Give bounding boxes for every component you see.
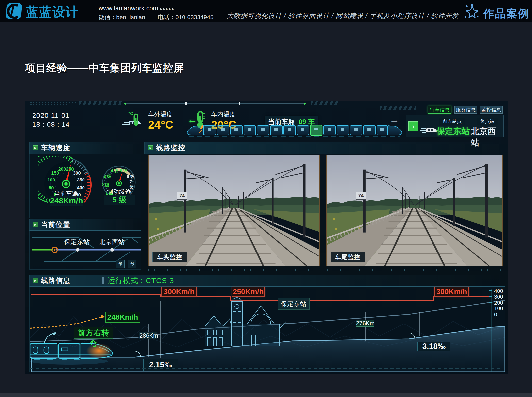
train-diagram[interactable] [186, 123, 403, 138]
brand-name: 蓝蓝设计 [26, 3, 79, 21]
datetime-block: 2020-11-01 18 : 08 : 14 [32, 111, 70, 129]
brake-tick: 2 级 [101, 182, 109, 188]
tail-camera-label: 车尾监控 [331, 252, 365, 262]
map-station-2: 北京西站 [99, 238, 125, 246]
deco-hazard-stripes [79, 101, 123, 105]
date-text: 2020-11-01 [32, 111, 70, 120]
gradient-label-2: 3.18‰ [417, 342, 450, 351]
portfolio-link[interactable]: 作品案例 [483, 6, 530, 21]
page-title: 项目经验——中车集团列车监控屏 [25, 61, 184, 75]
turn-warning-label: 前方右转弯 [74, 327, 113, 339]
line-panel-header: ▶ 线路信息 运行模式：CTCS-3 [29, 275, 505, 287]
deco-line [125, 103, 305, 104]
position-panel-header: ▶ 当前位置 [29, 219, 141, 231]
next-station-name: 保定东站 [436, 126, 470, 137]
deco-dot [304, 103, 306, 105]
direction-chevron-button[interactable]: › [408, 121, 418, 131]
brand-logo-icon [6, 2, 24, 20]
site-header: 蓝蓝设计 www.lanlanwork.com ▸▸▸▸▸ 微信：ben_lan… [0, 0, 532, 22]
site-url[interactable]: www.lanlanwork.com ▸▸▸▸▸ [99, 4, 175, 12]
km-post-sign: 74 [356, 192, 366, 199]
exterior-temp-icon: °C [121, 111, 144, 128]
speed-limit-label-3: 300Km/h [434, 287, 469, 297]
axis-tick-300: 300 [494, 294, 503, 300]
gauge-tick: 150 [51, 170, 59, 176]
tab-driving-info[interactable]: 行车信息 [428, 106, 451, 114]
screen: 蓝蓝设计 www.lanlanwork.com ▸▸▸▸▸ 微信：ben_lan… [0, 0, 532, 397]
gauge-tick: 300 [73, 170, 81, 176]
km-post-sign: 74 [177, 192, 187, 199]
gauge-tick: 200 [58, 166, 66, 172]
current-speed-value: 248Km/h [50, 196, 83, 206]
page-bottom-strip [0, 393, 532, 397]
services-list: 大数据可视化设计 / 软件界面设计 / 网站建设 / 手机及小程序设计 / 软件… [227, 11, 459, 20]
head-camera-view[interactable]: 74 车头监控 [148, 155, 320, 266]
deco-dash-row [30, 368, 503, 369]
phone-contact: 电话：010-63334945 [158, 14, 214, 20]
deco-dots [30, 102, 77, 103]
position-panel-body: 保定东站 北京西站 ⊕ ⊖ [29, 231, 141, 270]
panel-marker-icon: ▶ [148, 145, 153, 150]
km-marker-286: 286Km [139, 332, 157, 339]
current-speed-chart-label: 248Km/h [105, 312, 140, 323]
time-text: 18 : 08 : 14 [32, 120, 70, 129]
brake-tick: 5 级 [119, 168, 127, 174]
deco-hazard-stripes [311, 101, 338, 105]
gauge-tick: 50 [49, 185, 54, 191]
gauge-tick: 100 [47, 177, 55, 183]
header-divider [102, 277, 104, 284]
gauge-tick: 250 [66, 166, 74, 172]
line-chart-area: 300Km/h 250Km/h 300Km/h 248Km/h 保定东站 276… [29, 287, 505, 372]
brake-tick: 4 级 [111, 168, 118, 174]
panel-marker-icon: ▶ [33, 278, 38, 283]
wechat-contact: 微信：ben_lanlan [99, 14, 145, 20]
zoom-in-button[interactable]: ⊕ [116, 260, 125, 268]
train-icon [420, 125, 438, 134]
zoom-out-button[interactable]: ⊖ [128, 260, 136, 268]
axis-tick-100: 100 [494, 305, 503, 312]
exterior-temp-value: 24°C [148, 118, 173, 131]
tab-monitor-info[interactable]: 监控信息 [480, 106, 503, 114]
monitor-panel-header: ▶ 线路监控 [144, 142, 505, 154]
deco-dot [124, 103, 126, 105]
interior-temp-label: 车内温度 [211, 110, 236, 118]
deco-marker [239, 102, 240, 105]
brake-tick: 6 级 [127, 174, 134, 179]
tail-camera-view[interactable]: 74 车尾监控 [326, 155, 503, 266]
train-monitor-dashboard: 2020-11-01 18 : 08 : 14 °C 车外温度 24°C 车内温… [25, 101, 508, 374]
gauge-tick: 400 [77, 185, 85, 191]
station-chart-label: 保定东站 [278, 298, 310, 310]
brake-value: 5 级 [104, 195, 135, 205]
gauge-tick: 350 [77, 177, 85, 183]
axis-tick-0: 0 [494, 311, 497, 318]
map-station-1: 保定东站 [64, 238, 90, 246]
exterior-temp-label: 车外温度 [148, 110, 173, 118]
tab-service-info[interactable]: 服务信息 [454, 106, 477, 114]
contact-line: 微信：ben_lanlan 电话：010-63334945 [99, 13, 224, 21]
deco-marker [185, 102, 187, 105]
monitor-panel-title: 线路监控 [156, 143, 185, 153]
terminal-station-tag: 终点站 [477, 118, 498, 125]
sparkle-icon [464, 4, 480, 19]
brake-title: 制动级位 [107, 188, 131, 196]
km-marker-276: 276Km [356, 320, 374, 327]
gradient-label-1: 2.15‰ [143, 359, 178, 371]
speed-panel-header: ▶ 车辆速度 [29, 142, 141, 154]
timeline-ruler [148, 269, 503, 271]
speed-limit-label-1: 300Km/h [161, 287, 197, 297]
deco-dots [30, 104, 67, 105]
speed-limit-label-2: 250Km/h [232, 287, 265, 297]
panel-marker-icon: ▶ [33, 222, 38, 227]
svg-text:°C: °C [128, 111, 133, 116]
panel-marker-icon: ▶ [33, 145, 38, 150]
next-station-tag: 前方站点 [439, 118, 466, 125]
brake-tick: 3 级 [103, 174, 111, 179]
line-panel-title: 线路信息 [41, 276, 93, 285]
url-arrows-icon: ▸▸▸▸▸ [160, 6, 175, 11]
deco-hazard-stripes [380, 106, 416, 110]
speed-panel-title: 车辆速度 [41, 143, 70, 153]
head-camera-label: 车头监控 [152, 252, 187, 262]
run-mode-text: 运行模式：CTCS-3 [108, 276, 174, 286]
position-panel-title: 当前位置 [41, 220, 70, 229]
station-info-panel: › 前方站点 保定东站 … 终点站 北京西站 [406, 115, 504, 137]
